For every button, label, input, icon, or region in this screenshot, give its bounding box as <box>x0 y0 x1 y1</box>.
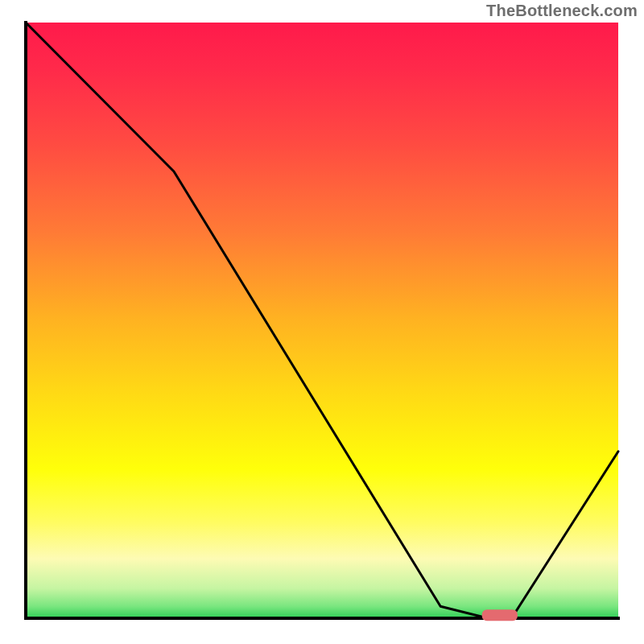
watermark-text: TheBottleneck.com <box>486 2 638 20</box>
bottleneck-chart <box>0 0 644 644</box>
chart-container: TheBottleneck.com <box>0 0 644 644</box>
optimal-range-marker <box>482 609 518 621</box>
